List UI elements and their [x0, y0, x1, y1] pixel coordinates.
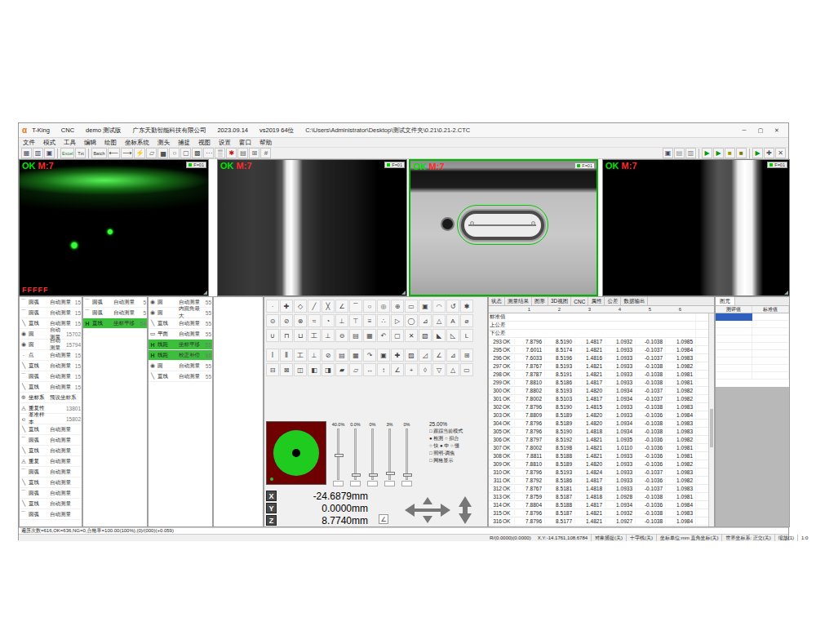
feature-list-1[interactable]: ⌒圆弧自动测量15⌒圆弧自动测量15╲直线自动测量15◉圆自动测量15702◉圆… — [19, 296, 82, 527]
menu-item-1[interactable]: 文件 — [23, 139, 35, 147]
tool-icon[interactable]: ∪ — [266, 329, 279, 342]
tool-icon[interactable]: ✱ — [460, 300, 473, 313]
element-row[interactable] — [716, 328, 789, 335]
scrollbar-thumb[interactable] — [710, 409, 713, 447]
tool-icon[interactable]: ◫ — [294, 363, 307, 376]
tool-icon[interactable]: ▽ — [432, 363, 446, 376]
camera-toolbar-2[interactable]: F=01 — [384, 162, 405, 168]
feature-row[interactable]: ⌒圆弧自动测量5 — [83, 297, 147, 308]
tool-icon[interactable]: ▧ — [419, 329, 432, 342]
tool-icon[interactable]: ◇ — [294, 300, 307, 313]
tool-icon[interactable]: ◧ — [308, 363, 321, 376]
slider-thumb[interactable] — [369, 473, 378, 477]
tool-icon[interactable]: ▰ — [335, 363, 348, 376]
feature-row[interactable]: ◉圆自动测量55 — [149, 361, 212, 371]
tool-icon[interactable]: ⊥ — [335, 314, 348, 327]
table-special-row[interactable]: 下公差 — [489, 330, 708, 338]
feature-list-3[interactable]: ◉圆自动测量55◉圆内圆角最大55╲直线自动测量55▭平面自动测量55H线距坐标… — [148, 296, 213, 527]
tool-icon[interactable]: ▨ — [405, 349, 418, 362]
tool-icon[interactable]: ⊠ — [280, 363, 293, 376]
table-row[interactable]: 301OK7.80028.51031.48171.0934-0.10371.09… — [489, 395, 708, 403]
table-row[interactable]: 296OK7.60338.51961.48161.0933-0.10371.09… — [489, 354, 708, 362]
table-scrollbar[interactable] — [708, 313, 714, 526]
feature-row[interactable]: ⌒圆弧自动测量 — [20, 509, 82, 520]
tool-icon[interactable]: ▭ — [460, 363, 473, 376]
table-tab-6[interactable]: 属性 — [588, 297, 605, 305]
camera-view-4[interactable]: OK M:7 F=01 — [602, 159, 790, 296]
run-single-button[interactable]: ▶ — [713, 148, 724, 158]
table-row[interactable]: 300OK7.88028.51931.48201.0934-0.10371.09… — [489, 387, 708, 395]
resize-handle-icon[interactable] — [401, 291, 406, 295]
feature-row[interactable]: ⌒圆弧自动测量 — [20, 467, 82, 477]
menu-item-2[interactable]: 模式 — [43, 139, 55, 147]
pattern-icon[interactable]: ▩ — [192, 148, 202, 158]
stop-button[interactable]: ■ — [736, 148, 747, 158]
table-row[interactable]: 306OK7.87978.51921.48211.0935-0.10361.09… — [489, 436, 708, 444]
tool-icon[interactable]: ▢ — [391, 329, 404, 342]
table-row[interactable]: 310OK7.87968.51931.48241.0933-0.10371.09… — [489, 469, 708, 477]
tool-icon[interactable]: ◿ — [419, 349, 432, 362]
slider-track[interactable] — [388, 429, 391, 480]
tool-icon[interactable]: ∴ — [377, 314, 390, 327]
tool-icon[interactable]: ▦ — [349, 349, 362, 362]
run-button[interactable]: ▶ — [702, 148, 712, 158]
tool-icon[interactable]: ⊕ — [391, 300, 404, 313]
tool-icon[interactable]: ⊓ — [280, 329, 293, 342]
table-tab-7[interactable]: 公差 — [605, 297, 621, 305]
table-row[interactable]: 311OK7.87928.51861.48171.0933-0.10361.09… — [489, 477, 708, 485]
arrow-left-icon[interactable]: ⟵ — [108, 148, 120, 158]
feature-list-4-empty[interactable] — [213, 296, 264, 527]
tool-icon[interactable]: ▣ — [377, 349, 390, 362]
pan-up-icon[interactable] — [423, 497, 432, 504]
table-special-row[interactable]: 上公差 — [489, 322, 708, 330]
table-row[interactable]: 314OK7.88048.51881.48171.0934-0.10361.09… — [489, 501, 708, 509]
focus-indicator[interactable] — [266, 421, 326, 485]
table-row[interactable]: 309OK7.88108.51891.48201.0933-0.10361.09… — [489, 460, 708, 469]
menu-item-7[interactable]: 测头 — [157, 139, 170, 147]
table-row[interactable]: 302OK7.87968.51901.48151.0933-0.10381.09… — [489, 403, 708, 411]
feature-row[interactable]: ℮基准样本15802 — [20, 414, 82, 424]
tool-icon[interactable]: ▭ — [405, 300, 418, 313]
menu-item-5[interactable]: 绘图 — [104, 139, 117, 147]
tool-icon[interactable]: ◺ — [446, 329, 459, 342]
feature-row[interactable]: ╲直线自动测量 — [20, 477, 82, 488]
feature-row[interactable]: ·点自动测量15 — [20, 350, 82, 361]
tool-icon[interactable]: ⊘ — [322, 349, 335, 362]
grid2-icon[interactable]: ▤ — [237, 148, 248, 158]
tool-icon[interactable]: ✕ — [405, 329, 418, 342]
table-tab-5[interactable]: CNC — [571, 297, 588, 305]
tool-icon[interactable]: ◠ — [432, 300, 446, 313]
slider-track[interactable] — [371, 429, 374, 480]
export-excel-button[interactable]: Excel — [60, 148, 74, 158]
feature-row[interactable]: ⌒圆弧自动测量 — [20, 488, 82, 499]
feature-row[interactable]: ╲直线自动测量 — [20, 446, 82, 456]
tool-icon[interactable]: ⊙ — [266, 314, 279, 327]
slider-track[interactable] — [337, 429, 339, 480]
slider-thumb[interactable] — [403, 473, 412, 477]
table-special-row[interactable]: 标准值 — [489, 313, 708, 322]
table-row[interactable]: 307OK7.80028.51981.48211.0110-0.10361.09… — [489, 444, 708, 452]
status-segment-6[interactable]: 1:0 — [797, 535, 811, 541]
dots-icon[interactable]: ⋯ — [203, 148, 214, 158]
tool-icon[interactable]: ⊥ — [322, 329, 335, 342]
tool-icon[interactable]: ≈ — [308, 314, 321, 327]
table-row[interactable]: 308OK7.88118.51881.48211.0933-0.10361.09… — [489, 452, 708, 460]
table-row[interactable]: 304OK7.87968.51891.48201.0934-0.10381.09… — [489, 420, 708, 428]
selected-cell[interactable] — [716, 313, 752, 321]
table-row[interactable]: 315OK7.87968.51871.48211.0932-0.10381.09… — [489, 509, 708, 517]
feature-row[interactable]: ◬重复自动测量 — [20, 456, 82, 467]
tool-icon[interactable]: ◔ — [322, 314, 335, 327]
new-window-icon[interactable]: ▥ — [685, 148, 696, 158]
tool-icon[interactable]: L — [460, 329, 473, 342]
table-row[interactable]: 303OK7.88098.51891.48201.0933-0.10361.09… — [489, 411, 708, 420]
camera-view-1[interactable]: OK M:7 F=01 FFFFF — [19, 159, 209, 296]
element-row[interactable] — [716, 321, 789, 328]
histogram-icon[interactable]: ▅ — [157, 148, 168, 158]
feature-row[interactable]: ◉圆内圆角最大55 — [149, 308, 212, 318]
option-line-5[interactable]: □ 网格显示 — [429, 457, 487, 464]
x-axis-button[interactable]: X — [266, 491, 277, 501]
tool-icon[interactable]: ╱ — [308, 300, 321, 313]
tool-icon[interactable]: ▣ — [419, 300, 432, 313]
tool-icon[interactable]: ⊘ — [280, 314, 293, 327]
tool-icon[interactable]: ▤ — [349, 329, 362, 342]
